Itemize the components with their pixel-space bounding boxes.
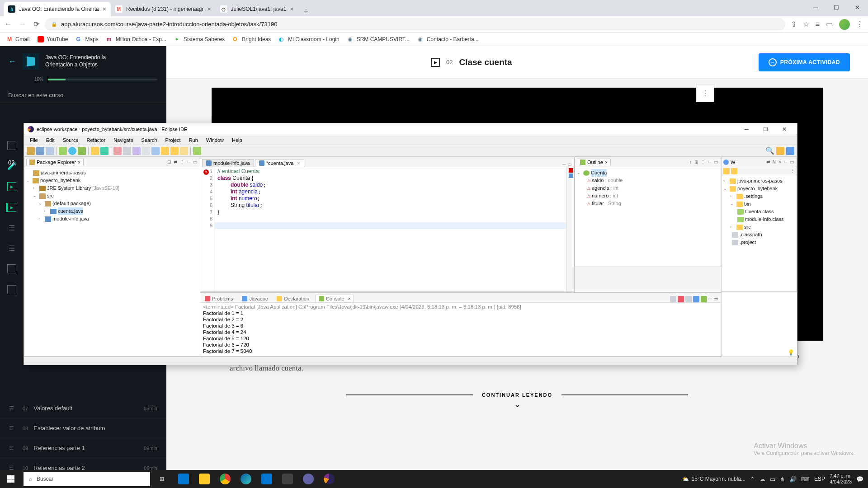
menu-file[interactable]: File xyxy=(27,136,41,144)
tray-caret-icon[interactable]: ⌃ xyxy=(750,476,755,483)
search-icon[interactable]: 🔍 xyxy=(765,146,774,155)
new-tab-button[interactable]: + xyxy=(298,7,314,16)
navigator-tree[interactable]: ›java-primeros-pasos ⌄poyecto_bytebank ›… xyxy=(722,175,797,248)
tree-item[interactable]: src xyxy=(47,192,54,200)
tool-icon[interactable] xyxy=(151,147,160,155)
save-all-icon[interactable] xyxy=(46,147,54,155)
store-app[interactable] xyxy=(257,470,277,488)
wifi-icon[interactable]: ⋔ xyxy=(780,476,785,483)
rail-list-icon[interactable]: ☰ xyxy=(9,224,15,232)
outline-tree[interactable]: ⌄Cuenta △ saldo : double △ agencia : int… xyxy=(575,167,721,209)
tree-item[interactable]: JRE System Library xyxy=(47,184,91,192)
onedrive-icon[interactable]: ☁ xyxy=(760,476,765,483)
menu-edit[interactable]: Edit xyxy=(43,136,58,144)
save-icon[interactable] xyxy=(36,147,44,155)
browser-tab[interactable]: M Recibidos (8.231) - ingenieraagr × xyxy=(111,2,216,16)
tree-item[interactable]: module-info.java xyxy=(52,215,89,223)
bookmark-item[interactable]: MGmail xyxy=(6,36,29,42)
back-arrow-icon[interactable]: ← xyxy=(8,57,16,66)
menu-source[interactable]: Source xyxy=(60,136,82,144)
close-icon[interactable]: × xyxy=(297,160,300,166)
bookmark-item[interactable]: OBright Ideas xyxy=(233,36,271,42)
close-icon[interactable]: × xyxy=(605,160,608,165)
outline-field[interactable]: titular xyxy=(592,200,604,207)
bookmark-item[interactable]: ◉SRM CAMPUSVIRT... xyxy=(348,36,410,42)
tree-item[interactable]: .project xyxy=(740,239,756,246)
tree-item[interactable]: .settings xyxy=(744,192,763,200)
keyboard-icon[interactable]: ⌨ xyxy=(801,476,810,483)
bookmark-item[interactable]: YouTube xyxy=(38,36,68,42)
package-tree[interactable]: java-primeros-pasos ⌄poyecto_bytebank ›J… xyxy=(24,167,200,225)
remove-icon[interactable] xyxy=(685,296,692,302)
battery-icon[interactable]: ▭ xyxy=(770,476,775,483)
notifications-icon[interactable]: 💬 xyxy=(856,476,863,483)
tab-close-icon[interactable]: × xyxy=(207,5,211,13)
code-content[interactable]: // entidad Cuenta: class Cuenta { double… xyxy=(215,167,566,291)
java-perspective-icon[interactable] xyxy=(786,147,794,155)
bookmark-item[interactable]: GMaps xyxy=(76,36,99,42)
new-pkg-icon[interactable] xyxy=(91,147,99,155)
next-activity-button[interactable]: →PRÓXIMA ACTIVIDAD xyxy=(759,53,850,71)
tab-close-icon[interactable]: × xyxy=(290,5,293,13)
continue-reading[interactable]: CONTINUAR LEYENDO ⌄ xyxy=(166,383,868,418)
scroll-lock-icon[interactable] xyxy=(693,296,699,302)
rail-play-icon[interactable]: ▶ xyxy=(7,182,16,191)
bookmark-icon[interactable]: ☆ xyxy=(803,20,809,28)
problems-tab[interactable]: Problems xyxy=(202,295,236,302)
rail-list-icon[interactable]: ☰ xyxy=(9,244,15,253)
nav-fwd-icon[interactable] xyxy=(170,147,179,155)
new-icon[interactable] xyxy=(27,147,35,155)
tree-item[interactable]: bin xyxy=(744,200,751,208)
tree-item[interactable]: .classpath xyxy=(740,231,762,239)
perspective-icon[interactable] xyxy=(776,147,784,155)
menu-run[interactable]: Run xyxy=(186,136,201,144)
console-tab[interactable]: Console× xyxy=(316,295,354,302)
min-icon[interactable]: ─ xyxy=(562,162,566,167)
editor-tab-active[interactable]: *cuenta.java× xyxy=(255,159,304,167)
lesson-item[interactable]: ☰09Referencias parte 109min xyxy=(0,438,166,458)
max-icon[interactable]: ▭ xyxy=(567,162,571,167)
tree-item[interactable]: Cuenta.class xyxy=(745,208,774,216)
tree-item-selected[interactable]: cuenta.java xyxy=(58,207,83,215)
eclipse-titlebar[interactable]: eclipse-workspace - poyecto_bytebank/src… xyxy=(24,123,797,135)
edge-app[interactable] xyxy=(236,470,256,488)
rail-icon[interactable] xyxy=(7,141,16,150)
close-button[interactable]: ✕ xyxy=(847,1,867,14)
nav-back-icon[interactable] xyxy=(723,168,730,174)
lesson-item[interactable]: ☰07Valores default05min xyxy=(0,399,166,418)
collapse-icon[interactable]: ⊟ xyxy=(166,160,172,164)
tool-icon[interactable] xyxy=(132,147,141,155)
weather-widget[interactable]: ⛅15°C Mayorm. nubla... xyxy=(682,476,746,482)
build-icon[interactable] xyxy=(113,147,122,155)
outline-tab[interactable]: Outline× xyxy=(577,159,611,165)
rail-icon[interactable] xyxy=(7,264,16,273)
pin-icon[interactable] xyxy=(193,147,201,155)
lightbulb-icon[interactable]: 💡 xyxy=(788,349,794,356)
reading-list-icon[interactable]: ≡ xyxy=(816,20,820,28)
tree-item[interactable]: poyecto_bytebank xyxy=(737,185,778,192)
declaration-tab[interactable]: Declaration xyxy=(274,295,312,302)
code-editor[interactable]: ×123456789 // entidad Cuenta: class Cuen… xyxy=(200,167,574,291)
terminate-icon[interactable] xyxy=(678,296,684,302)
close-icon[interactable]: × xyxy=(78,160,80,165)
tree-item[interactable]: module-info.class xyxy=(745,216,784,223)
link-icon[interactable]: ⇄ xyxy=(173,160,178,164)
bookmark-item[interactable]: ◉Contacto - Barbería... xyxy=(418,36,479,42)
filter-icon[interactable]: ⊞ xyxy=(693,160,699,164)
nav-icon[interactable] xyxy=(180,147,188,155)
menu-help[interactable]: Help xyxy=(229,136,245,144)
new-class-icon[interactable] xyxy=(100,147,108,155)
eclipse-app[interactable] xyxy=(319,470,339,488)
rail-icon[interactable] xyxy=(7,285,16,294)
menu-window[interactable]: Window xyxy=(203,136,227,144)
menu-refactor[interactable]: Refactor xyxy=(84,136,109,144)
bookmark-item[interactable]: ✦Sistema Saberes xyxy=(175,36,225,42)
mail-app[interactable] xyxy=(174,470,193,488)
browser-tab[interactable]: ◌ JulieSOL1/java1: java1 × xyxy=(216,2,298,16)
close-button[interactable]: ✕ xyxy=(775,124,793,134)
tree-item[interactable]: poyecto_bytebank xyxy=(40,177,80,184)
start-button[interactable] xyxy=(0,470,22,488)
outline-field[interactable]: numero xyxy=(592,192,609,200)
console-output[interactable]: <terminated> Factorial [Java Application… xyxy=(200,303,721,356)
menu-project[interactable]: Project xyxy=(162,136,184,144)
